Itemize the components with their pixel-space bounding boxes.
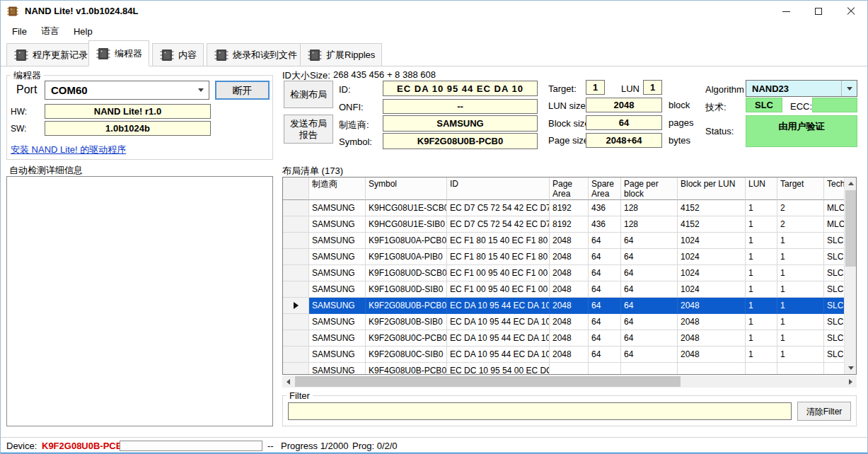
table-cell[interactable] bbox=[621, 363, 678, 375]
lun-size-value-field[interactable]: 2048 bbox=[586, 98, 662, 112]
menu-file[interactable]: File bbox=[5, 23, 34, 40]
table-cell[interactable]: K9HCG08U1E-SCB0 bbox=[366, 200, 447, 216]
table-cell[interactable]: K9F1G08U0A-PCB0 bbox=[366, 233, 447, 249]
tab-update-log[interactable]: 程序更新记录 bbox=[6, 43, 95, 66]
table-cell[interactable]: 8192 bbox=[550, 200, 589, 216]
table-cell[interactable]: 128 bbox=[621, 200, 678, 216]
table-cell[interactable]: EC D7 C5 72 54 42 EC D7 bbox=[447, 216, 550, 233]
page-size-value-field[interactable]: 2048+64 bbox=[586, 133, 662, 148]
row-marker-cell[interactable] bbox=[283, 363, 309, 375]
table-cell[interactable] bbox=[777, 363, 824, 375]
table-row[interactable]: SAMSUNGK9F1G08U0A-PIB0EC F1 80 15 40 EC … bbox=[283, 249, 852, 265]
table-cell[interactable]: SAMSUNG bbox=[309, 363, 366, 375]
tab-extend-ripples[interactable]: 扩展Ripples bbox=[300, 43, 382, 66]
table-cell[interactable]: 2048 bbox=[678, 347, 746, 363]
table-column-header[interactable]: LUN bbox=[746, 177, 777, 200]
scroll-up-button[interactable] bbox=[845, 177, 857, 190]
table-row[interactable]: SAMSUNGK9F1G08U0D-SCB0EC F1 00 95 40 EC … bbox=[283, 265, 852, 281]
table-cell[interactable]: 1 bbox=[746, 200, 777, 216]
table-row[interactable]: SAMSUNGK9F1G08U0A-PCB0EC F1 80 15 40 EC … bbox=[283, 233, 852, 249]
minimize-button[interactable] bbox=[770, 1, 802, 22]
table-cell[interactable]: 436 bbox=[589, 216, 621, 233]
table-column-header[interactable]: Symbol bbox=[366, 177, 447, 200]
algorithm-select[interactable]: NAND23 bbox=[746, 80, 857, 97]
table-cell[interactable]: 64 bbox=[621, 249, 678, 265]
table-cell[interactable]: 4152 bbox=[678, 216, 746, 233]
table-cell[interactable]: 1 bbox=[746, 314, 777, 330]
table-cell[interactable]: 1 bbox=[777, 233, 824, 249]
table-cell[interactable]: SAMSUNG bbox=[309, 330, 366, 347]
table-cell[interactable]: 64 bbox=[589, 298, 621, 314]
table-cell[interactable]: K9F4G08U0B-PCB0 bbox=[366, 363, 447, 375]
horizontal-scroll-thumb[interactable] bbox=[295, 376, 681, 387]
table-cell[interactable]: 1 bbox=[777, 265, 824, 281]
table-cell[interactable]: 1 bbox=[777, 249, 824, 265]
table-cell[interactable]: EC DC 10 95 54 00 EC DC bbox=[447, 363, 550, 375]
table-cell[interactable]: 2048 bbox=[550, 233, 589, 249]
table-cell[interactable]: 2048 bbox=[550, 281, 589, 298]
table-cell[interactable]: 64 bbox=[621, 233, 678, 249]
table-cell[interactable]: SAMSUNG bbox=[309, 265, 366, 281]
menu-help[interactable]: Help bbox=[66, 23, 100, 40]
table-cell[interactable]: 8192 bbox=[550, 216, 589, 233]
row-marker-cell[interactable] bbox=[283, 314, 309, 330]
sw-value-field[interactable]: 1.0b1024b bbox=[45, 121, 211, 136]
table-cell[interactable]: SAMSUNG bbox=[309, 314, 366, 330]
table-cell[interactable]: SAMSUNG bbox=[309, 347, 366, 363]
table-cell[interactable]: 1 bbox=[746, 233, 777, 249]
table-cell[interactable]: 64 bbox=[621, 347, 678, 363]
table-cell[interactable]: 1 bbox=[746, 281, 777, 298]
symbol-value-field[interactable]: K9F2G08U0B-PCB0 bbox=[383, 133, 538, 149]
table-cell[interactable]: 1 bbox=[746, 298, 777, 314]
driver-install-link[interactable]: 安装 NAND Lite! 的驱动程序 bbox=[11, 144, 126, 156]
table-cell[interactable]: 2 bbox=[777, 200, 824, 216]
id-value-field[interactable]: EC DA 10 95 44 EC DA 10 bbox=[383, 81, 538, 96]
table-column-header[interactable]: 制造商 bbox=[309, 177, 366, 200]
table-cell[interactable]: K9F2G08U0B-PCB0 bbox=[366, 298, 447, 314]
table-cell[interactable]: 2048 bbox=[550, 265, 589, 281]
tab-programmer[interactable]: 编程器 bbox=[88, 40, 149, 66]
table-cell[interactable]: 1 bbox=[777, 281, 824, 298]
auto-detect-log-box[interactable] bbox=[6, 176, 273, 426]
table-row[interactable]: SAMSUNGK9F2G08U0B-PCB0EC DA 10 95 44 EC … bbox=[283, 298, 852, 314]
table-cell[interactable]: 2048 bbox=[550, 298, 589, 314]
table-cell[interactable]: 1024 bbox=[678, 233, 746, 249]
table-cell[interactable]: 64 bbox=[589, 314, 621, 330]
table-cell[interactable]: EC F1 00 95 40 EC F1 00 bbox=[447, 281, 550, 298]
table-cell[interactable]: EC DA 10 95 44 EC DA 10 bbox=[447, 330, 550, 347]
port-select[interactable]: COM60 bbox=[45, 81, 209, 100]
scroll-down-button[interactable] bbox=[845, 362, 857, 374]
table-cell[interactable]: 64 bbox=[621, 314, 678, 330]
table-cell[interactable]: 2 bbox=[777, 216, 824, 233]
tab-burn-read-file[interactable]: 烧录和读到文件 bbox=[207, 43, 304, 66]
table-cell[interactable]: 64 bbox=[589, 265, 621, 281]
table-cell[interactable]: 1 bbox=[746, 347, 777, 363]
table-cell[interactable]: K9F2G08U0C-PCB0 bbox=[366, 330, 447, 347]
row-marker-cell[interactable] bbox=[283, 347, 309, 363]
table-cell[interactable]: 1 bbox=[746, 265, 777, 281]
table-cell[interactable]: 1 bbox=[777, 330, 824, 347]
filter-input[interactable] bbox=[288, 402, 792, 420]
lun-value-field[interactable]: 1 bbox=[643, 80, 662, 95]
table-cell[interactable]: K9F1G08U0D-SCB0 bbox=[366, 265, 447, 281]
table-cell[interactable] bbox=[678, 363, 746, 375]
table-row[interactable]: SAMSUNGK9F2G08U0B-SIB0EC DA 10 95 44 EC … bbox=[283, 314, 852, 330]
scroll-right-button[interactable] bbox=[845, 376, 857, 388]
table-cell[interactable]: 64 bbox=[589, 330, 621, 347]
table-cell[interactable]: EC D7 C5 72 54 42 EC D7 bbox=[447, 200, 550, 216]
row-marker-cell[interactable] bbox=[283, 265, 309, 281]
hw-value-field[interactable]: NAND Lite! r1.0 bbox=[45, 104, 211, 119]
onfi-value-field[interactable]: -- bbox=[383, 99, 538, 114]
table-cell[interactable]: K9HCG08U1E-SIB0 bbox=[366, 216, 447, 233]
table-cell[interactable]: EC F1 80 15 40 EC F1 80 bbox=[447, 233, 550, 249]
table-cell[interactable]: K9F2G08U0C-SIB0 bbox=[366, 347, 447, 363]
table-cell[interactable]: 2048 bbox=[550, 330, 589, 347]
row-marker-cell[interactable] bbox=[283, 330, 309, 347]
table-cell[interactable]: 2048 bbox=[550, 347, 589, 363]
table-cell[interactable]: 1024 bbox=[678, 249, 746, 265]
table-cell[interactable]: EC DA 10 95 44 EC DA 10 bbox=[447, 347, 550, 363]
table-cell[interactable] bbox=[550, 363, 589, 375]
table-cell[interactable]: 64 bbox=[621, 265, 678, 281]
detect-layout-button[interactable]: 检测布局 bbox=[284, 81, 333, 108]
table-cell[interactable]: 1024 bbox=[678, 265, 746, 281]
